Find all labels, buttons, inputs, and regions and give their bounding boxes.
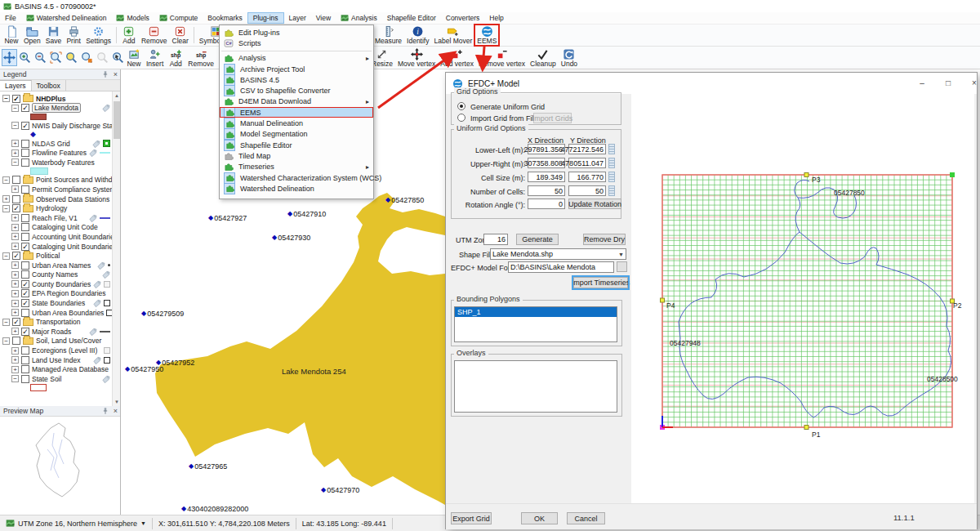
layer-checkbox[interactable] bbox=[21, 185, 29, 194]
menu-layer[interactable]: Layer bbox=[284, 12, 311, 24]
legend-item-county-names[interactable]: +County Names bbox=[0, 270, 120, 280]
legend-item-county-boundaries[interactable]: +✓County Boundaries bbox=[0, 279, 120, 289]
legend-item-land-use-index[interactable]: +Land Use Index bbox=[0, 355, 120, 365]
legend-item-nhdplus[interactable]: −✓NHDPlus bbox=[0, 94, 120, 104]
menu-bookmarks[interactable]: Bookmarks bbox=[203, 12, 247, 24]
close-icon[interactable]: × bbox=[114, 70, 118, 78]
expander-icon[interactable]: + bbox=[11, 280, 19, 288]
zoom-extent-tool-button[interactable] bbox=[48, 49, 64, 66]
layer-checkbox[interactable]: ✓ bbox=[21, 243, 29, 251]
close-icon[interactable]: × bbox=[114, 407, 118, 415]
plugins-menu-item-tiled-map[interactable]: Tiled Map bbox=[220, 150, 373, 161]
close-icon[interactable]: × bbox=[968, 77, 980, 90]
expander-icon[interactable]: + bbox=[11, 243, 19, 250]
expander-icon[interactable]: − bbox=[2, 205, 10, 212]
add-vertex-button[interactable]: Add vertex bbox=[438, 47, 476, 69]
projection-selector[interactable]: UTM Zone 16, Northern Hemisphere ▼ bbox=[0, 518, 153, 529]
cells-y-field[interactable]: 50 bbox=[568, 185, 606, 196]
tab-layers[interactable]: Layers bbox=[0, 80, 32, 91]
legend-item-major-roads[interactable]: +✓Major Roads bbox=[0, 327, 120, 337]
lower-left-picker-button[interactable] bbox=[608, 144, 615, 154]
expander-icon[interactable]: + bbox=[11, 271, 19, 279]
add-button[interactable]: Add bbox=[119, 25, 139, 46]
cell-size-y-field[interactable]: 166.770 bbox=[568, 172, 606, 182]
ok-button[interactable]: OK bbox=[521, 512, 558, 524]
expander-icon[interactable]: − bbox=[11, 158, 19, 166]
layer-checkbox[interactable] bbox=[21, 375, 29, 383]
layer-checkbox[interactable] bbox=[21, 214, 29, 222]
expander-icon[interactable]: + bbox=[11, 224, 19, 231]
zoom-in-tool-button[interactable] bbox=[17, 49, 33, 66]
plugins-menu-item-edit-plug-ins[interactable]: Edit Plug-ins bbox=[220, 27, 373, 38]
expander-icon[interactable]: + bbox=[11, 261, 19, 269]
expander-icon[interactable]: + bbox=[11, 290, 19, 297]
expander-icon[interactable]: + bbox=[11, 214, 19, 221]
layer-checkbox[interactable]: ✓ bbox=[12, 252, 20, 260]
layer-checkbox[interactable] bbox=[21, 346, 29, 355]
layer-checkbox[interactable] bbox=[21, 149, 29, 157]
overlays-list[interactable] bbox=[454, 360, 617, 413]
layer-checkbox[interactable]: ✓ bbox=[12, 204, 20, 212]
minimize-icon[interactable]: – bbox=[915, 77, 929, 90]
zoom-next-tool-button[interactable] bbox=[95, 49, 110, 66]
zoom-previous-tool-button[interactable] bbox=[79, 49, 95, 66]
legend-item-urban-area-boundaries[interactable]: +Urban Area Boundaries bbox=[0, 308, 120, 318]
radio-import-grid[interactable] bbox=[457, 114, 466, 122]
expander-icon[interactable]: + bbox=[11, 140, 19, 147]
cell-size-picker-button[interactable] bbox=[608, 172, 615, 182]
menu-help[interactable]: Help bbox=[484, 12, 508, 24]
layer-checkbox[interactable]: ✓ bbox=[21, 289, 29, 297]
remove-button[interactable]: Remove bbox=[139, 25, 170, 46]
legend-item-epa-region-boundaries[interactable]: +✓EPA Region Boundaries bbox=[0, 289, 120, 299]
shape-remove-button[interactable]: Remove bbox=[185, 47, 216, 69]
cells-picker-button[interactable] bbox=[608, 185, 615, 196]
dialog-titlebar[interactable]: EFDC+ Model – □ × bbox=[446, 73, 977, 94]
clear-button[interactable]: Clear bbox=[170, 25, 191, 46]
label-mover-button[interactable]: Label Mover bbox=[431, 25, 474, 46]
legend-item-ecoregions-level-iii[interactable]: +Ecoregions (Level III) bbox=[0, 346, 120, 355]
expander-icon[interactable]: + bbox=[11, 300, 19, 307]
expander-icon[interactable]: + bbox=[11, 356, 19, 364]
menu-converters[interactable]: Converters bbox=[441, 12, 485, 24]
menu-compute[interactable]: Compute bbox=[154, 12, 203, 24]
legend-item-observed-data-stations[interactable]: +Observed Data Stations bbox=[0, 194, 120, 204]
expander-icon[interactable]: + bbox=[11, 149, 19, 157]
layer-checkbox[interactable] bbox=[12, 337, 20, 345]
plugins-menu-item-model-segmentation[interactable]: Model Segmentation bbox=[220, 129, 373, 140]
menu-file[interactable]: File bbox=[0, 12, 21, 24]
menu-plug-ins[interactable]: Plug-ins bbox=[247, 12, 284, 24]
expander-icon[interactable]: − bbox=[2, 252, 10, 260]
browse-folder-button[interactable] bbox=[617, 261, 627, 272]
legend-item-political[interactable]: −✓Political bbox=[0, 251, 120, 261]
plugins-menu-item-shapefile-editor[interactable]: Shapefile Editor bbox=[220, 140, 373, 150]
lower-left-x-field[interactable]: 297891.356 bbox=[528, 144, 565, 154]
layer-checkbox[interactable] bbox=[21, 365, 29, 373]
upper-right-y-field[interactable]: 4780511.047 bbox=[568, 158, 606, 168]
expander-icon[interactable]: − bbox=[2, 337, 10, 345]
legend-item-soil-land-use-cover[interactable]: −Soil, Land Use/Cover bbox=[0, 337, 120, 346]
generate-button[interactable]: Generate bbox=[516, 234, 559, 245]
expander-icon[interactable]: + bbox=[11, 309, 19, 316]
tab-toolbox[interactable]: Toolbox bbox=[32, 80, 66, 91]
expander-icon[interactable]: − bbox=[2, 319, 10, 326]
plugins-menu-item-d4em-data-download[interactable]: D4EM Data Download▸ bbox=[220, 96, 373, 107]
layer-checkbox[interactable]: ✓ bbox=[21, 299, 29, 307]
legend-item-flowline-features[interactable]: +Flowline Features bbox=[0, 148, 120, 158]
cell-size-x-field[interactable]: 189.349 bbox=[528, 172, 565, 182]
update-rotation-button[interactable]: Update Rotation bbox=[568, 199, 621, 209]
legend-item-waterbody-features[interactable]: −Waterbody Features bbox=[0, 158, 120, 167]
layer-checkbox[interactable]: ✓ bbox=[21, 328, 29, 336]
layer-checkbox[interactable] bbox=[21, 223, 29, 231]
import-timeseries-button[interactable]: Import Timeseries bbox=[573, 277, 628, 288]
legend-item-reach-file-v1[interactable]: +Reach File, V1 bbox=[0, 213, 120, 223]
cells-x-field[interactable]: 50 bbox=[528, 185, 565, 196]
expander-icon[interactable]: − bbox=[2, 95, 10, 102]
expander-icon[interactable]: − bbox=[11, 105, 19, 112]
expander-icon[interactable]: − bbox=[2, 176, 10, 184]
layer-checkbox[interactable]: ✓ bbox=[21, 280, 29, 288]
legend-item-transportation[interactable]: −✓Transportation bbox=[0, 317, 120, 327]
layer-checkbox[interactable] bbox=[12, 176, 20, 184]
shape-new-button[interactable]: New bbox=[124, 47, 144, 69]
pin-icon[interactable] bbox=[101, 70, 109, 78]
export-grid-button[interactable]: Export Grid bbox=[451, 512, 492, 524]
